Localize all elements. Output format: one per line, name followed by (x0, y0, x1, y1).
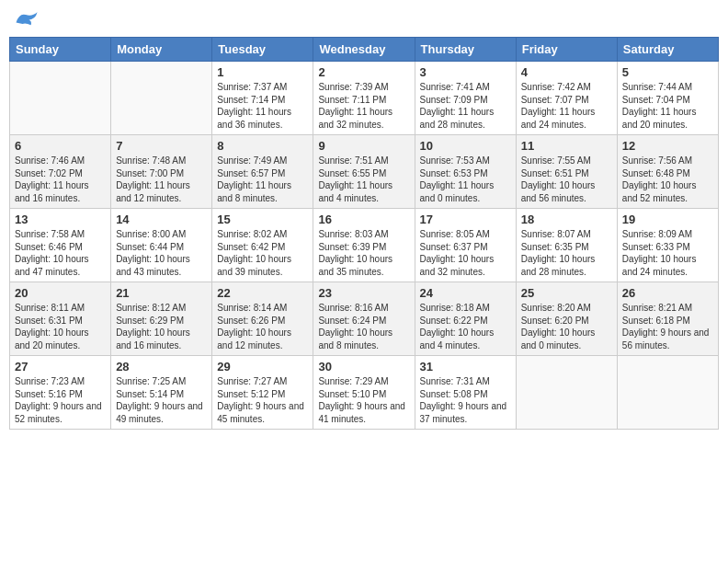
calendar-cell: 11Sunrise: 7:55 AM Sunset: 6:51 PM Dayli… (516, 135, 617, 209)
day-info: Sunrise: 8:18 AM Sunset: 6:22 PM Dayligh… (420, 302, 511, 351)
day-info: Sunrise: 8:20 AM Sunset: 6:20 PM Dayligh… (521, 302, 612, 351)
day-number: 18 (521, 213, 612, 226)
day-info: Sunrise: 7:31 AM Sunset: 5:08 PM Dayligh… (420, 375, 511, 425)
day-info: Sunrise: 8:12 AM Sunset: 6:29 PM Dayligh… (116, 302, 207, 351)
calendar-week-row: 13Sunrise: 7:58 AM Sunset: 6:46 PM Dayli… (10, 209, 719, 282)
day-info: Sunrise: 8:09 AM Sunset: 6:33 PM Dayligh… (622, 228, 713, 278)
day-number: 1 (217, 65, 308, 79)
day-number: 13 (15, 213, 106, 226)
day-info: Sunrise: 8:02 AM Sunset: 6:42 PM Dayligh… (217, 228, 308, 278)
day-number: 21 (116, 286, 207, 300)
day-info: Sunrise: 8:03 AM Sunset: 6:39 PM Dayligh… (318, 228, 409, 278)
calendar-cell: 28Sunrise: 7:25 AM Sunset: 5:14 PM Dayli… (111, 356, 212, 430)
day-info: Sunrise: 7:48 AM Sunset: 7:00 PM Dayligh… (116, 155, 207, 204)
logo (13, 9, 42, 29)
day-number: 30 (318, 360, 409, 373)
day-info: Sunrise: 7:51 AM Sunset: 6:55 PM Dayligh… (318, 155, 409, 204)
calendar-table: SundayMondayTuesdayWednesdayThursdayFrid… (9, 37, 719, 430)
calendar-cell: 26Sunrise: 8:21 AM Sunset: 6:18 PM Dayli… (617, 282, 718, 356)
calendar-week-row: 1Sunrise: 7:37 AM Sunset: 7:14 PM Daylig… (10, 62, 719, 135)
calendar-cell (111, 62, 212, 135)
day-number: 16 (318, 213, 409, 226)
day-header-monday: Monday (111, 38, 212, 62)
day-number: 12 (622, 139, 713, 153)
day-info: Sunrise: 8:16 AM Sunset: 6:24 PM Dayligh… (318, 302, 409, 351)
calendar-cell (10, 62, 111, 135)
calendar-cell (516, 356, 617, 430)
day-info: Sunrise: 7:29 AM Sunset: 5:10 PM Dayligh… (318, 375, 409, 425)
calendar-cell: 5Sunrise: 7:44 AM Sunset: 7:04 PM Daylig… (617, 62, 718, 135)
day-number: 2 (318, 65, 409, 79)
calendar-cell: 2Sunrise: 7:39 AM Sunset: 7:11 PM Daylig… (313, 62, 415, 135)
page-header (9, 9, 719, 29)
day-info: Sunrise: 7:27 AM Sunset: 5:12 PM Dayligh… (217, 375, 308, 425)
calendar-week-row: 27Sunrise: 7:23 AM Sunset: 5:16 PM Dayli… (10, 356, 719, 430)
day-info: Sunrise: 7:55 AM Sunset: 6:51 PM Dayligh… (521, 155, 612, 204)
calendar-cell: 30Sunrise: 7:29 AM Sunset: 5:10 PM Dayli… (313, 356, 415, 430)
calendar-week-row: 6Sunrise: 7:46 AM Sunset: 7:02 PM Daylig… (10, 135, 719, 209)
day-header-wednesday: Wednesday (313, 38, 415, 62)
day-number: 4 (521, 65, 612, 79)
day-header-thursday: Thursday (415, 38, 516, 62)
day-number: 24 (420, 286, 511, 300)
logo-bird-icon (13, 9, 39, 29)
day-number: 6 (15, 139, 106, 153)
day-info: Sunrise: 7:42 AM Sunset: 7:07 PM Dayligh… (521, 81, 612, 131)
calendar-cell: 19Sunrise: 8:09 AM Sunset: 6:33 PM Dayli… (617, 209, 718, 282)
day-number: 7 (116, 139, 207, 153)
day-info: Sunrise: 8:05 AM Sunset: 6:37 PM Dayligh… (420, 228, 511, 278)
calendar-cell: 20Sunrise: 8:11 AM Sunset: 6:31 PM Dayli… (10, 282, 111, 356)
day-header-saturday: Saturday (617, 38, 718, 62)
day-info: Sunrise: 8:00 AM Sunset: 6:44 PM Dayligh… (116, 228, 207, 278)
day-info: Sunrise: 7:41 AM Sunset: 7:09 PM Dayligh… (420, 81, 511, 131)
day-info: Sunrise: 7:25 AM Sunset: 5:14 PM Dayligh… (116, 375, 207, 425)
calendar-cell: 24Sunrise: 8:18 AM Sunset: 6:22 PM Dayli… (415, 282, 516, 356)
day-info: Sunrise: 7:39 AM Sunset: 7:11 PM Dayligh… (318, 81, 409, 131)
day-number: 15 (217, 213, 308, 226)
calendar-cell: 6Sunrise: 7:46 AM Sunset: 7:02 PM Daylig… (10, 135, 111, 209)
day-number: 23 (318, 286, 409, 300)
day-info: Sunrise: 8:21 AM Sunset: 6:18 PM Dayligh… (622, 302, 713, 351)
calendar-cell: 15Sunrise: 8:02 AM Sunset: 6:42 PM Dayli… (212, 209, 313, 282)
day-number: 22 (217, 286, 308, 300)
calendar-cell: 18Sunrise: 8:07 AM Sunset: 6:35 PM Dayli… (516, 209, 617, 282)
calendar-cell: 12Sunrise: 7:56 AM Sunset: 6:48 PM Dayli… (617, 135, 718, 209)
day-number: 25 (521, 286, 612, 300)
calendar-cell: 3Sunrise: 7:41 AM Sunset: 7:09 PM Daylig… (415, 62, 516, 135)
day-header-tuesday: Tuesday (212, 38, 313, 62)
day-number: 3 (420, 65, 511, 79)
day-number: 5 (622, 65, 713, 79)
calendar-cell: 1Sunrise: 7:37 AM Sunset: 7:14 PM Daylig… (212, 62, 313, 135)
day-info: Sunrise: 7:23 AM Sunset: 5:16 PM Dayligh… (15, 375, 106, 425)
calendar-cell: 31Sunrise: 7:31 AM Sunset: 5:08 PM Dayli… (415, 356, 516, 430)
calendar-cell: 16Sunrise: 8:03 AM Sunset: 6:39 PM Dayli… (313, 209, 415, 282)
calendar-cell: 23Sunrise: 8:16 AM Sunset: 6:24 PM Dayli… (313, 282, 415, 356)
day-info: Sunrise: 7:56 AM Sunset: 6:48 PM Dayligh… (622, 155, 713, 204)
calendar-cell: 17Sunrise: 8:05 AM Sunset: 6:37 PM Dayli… (415, 209, 516, 282)
day-info: Sunrise: 8:11 AM Sunset: 6:31 PM Dayligh… (15, 302, 106, 351)
calendar-cell: 9Sunrise: 7:51 AM Sunset: 6:55 PM Daylig… (313, 135, 415, 209)
day-info: Sunrise: 7:37 AM Sunset: 7:14 PM Dayligh… (217, 81, 308, 131)
day-number: 31 (420, 360, 511, 373)
calendar-cell: 22Sunrise: 8:14 AM Sunset: 6:26 PM Dayli… (212, 282, 313, 356)
calendar-cell: 10Sunrise: 7:53 AM Sunset: 6:53 PM Dayli… (415, 135, 516, 209)
day-info: Sunrise: 7:46 AM Sunset: 7:02 PM Dayligh… (15, 155, 106, 204)
day-number: 28 (116, 360, 207, 373)
calendar-week-row: 20Sunrise: 8:11 AM Sunset: 6:31 PM Dayli… (10, 282, 719, 356)
day-number: 17 (420, 213, 511, 226)
day-number: 11 (521, 139, 612, 153)
calendar-header-row: SundayMondayTuesdayWednesdayThursdayFrid… (10, 38, 719, 62)
day-number: 19 (622, 213, 713, 226)
day-number: 27 (15, 360, 106, 373)
calendar-cell: 13Sunrise: 7:58 AM Sunset: 6:46 PM Dayli… (10, 209, 111, 282)
day-info: Sunrise: 7:44 AM Sunset: 7:04 PM Dayligh… (622, 81, 713, 131)
day-number: 10 (420, 139, 511, 153)
day-header-sunday: Sunday (10, 38, 111, 62)
day-number: 9 (318, 139, 409, 153)
calendar-cell: 29Sunrise: 7:27 AM Sunset: 5:12 PM Dayli… (212, 356, 313, 430)
day-info: Sunrise: 7:49 AM Sunset: 6:57 PM Dayligh… (217, 155, 308, 204)
calendar-cell: 21Sunrise: 8:12 AM Sunset: 6:29 PM Dayli… (111, 282, 212, 356)
calendar-cell: 25Sunrise: 8:20 AM Sunset: 6:20 PM Dayli… (516, 282, 617, 356)
day-number: 8 (217, 139, 308, 153)
day-number: 29 (217, 360, 308, 373)
